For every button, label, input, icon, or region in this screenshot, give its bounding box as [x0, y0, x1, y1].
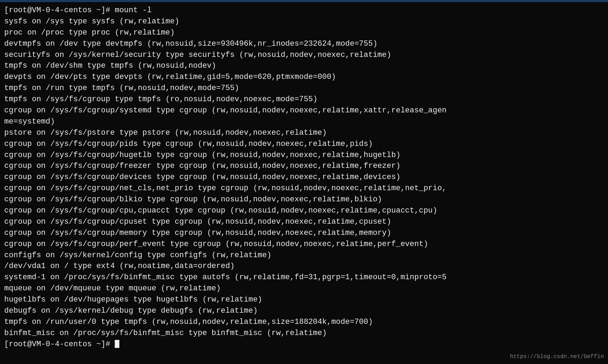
terminal-line: cgroup on /sys/fs/cgroup/memory type cgr… [4, 228, 604, 239]
terminal-line: pstore on /sys/fs/pstore type pstore (rw… [4, 127, 604, 139]
terminal-line: mqueue on /dev/mqueue type mqueue (rw,re… [4, 283, 604, 294]
terminal-line: tmpfs on /run/user/0 type tmpfs (rw,nosu… [4, 317, 604, 328]
terminal-line: /dev/vda1 on / type ext4 (rw,noatime,dat… [4, 261, 604, 272]
terminal-line: tmpfs on /dev/shm type tmpfs (rw,nosuid,… [4, 60, 604, 72]
terminal-line: debugfs on /sys/kernel/debug type debugf… [4, 305, 604, 317]
terminal-line: cgroup on /sys/fs/cgroup/systemd type cg… [4, 105, 604, 116]
terminal-line: tmpfs on /run type tmpfs (rw,nosuid,node… [4, 83, 604, 94]
terminal-line: cgroup on /sys/fs/cgroup/hugetlb type cg… [4, 150, 604, 161]
terminal-line: cgroup on /sys/fs/cgroup/cpuset type cgr… [4, 216, 604, 228]
terminal-line: configfs on /sys/kernel/config type conf… [4, 250, 604, 261]
watermark-text: https://blog.csdn.net/Geffin [510, 354, 604, 360]
terminal-line: systemd-1 on /proc/sys/fs/binfmt_misc ty… [4, 272, 604, 283]
terminal-line: [root@VM-0-4-centos ~]# mount -l [4, 5, 604, 16]
terminal-line: binfmt_misc on /proc/sys/fs/binfmt_misc … [4, 328, 604, 339]
terminal-line: devtmpfs on /dev type devtmpfs (rw,nosui… [4, 38, 604, 50]
terminal-line: cgroup on /sys/fs/cgroup/pids type cgrou… [4, 139, 604, 150]
terminal-line: sysfs on /sys type sysfs (rw,relatime) [4, 16, 604, 27]
terminal-line: cgroup on /sys/fs/cgroup/cpu,cpuacct typ… [4, 205, 604, 216]
terminal-line: proc on /proc type proc (rw,relatime) [4, 27, 604, 38]
terminal-line: cgroup on /sys/fs/cgroup/devices type cg… [4, 172, 604, 183]
terminal-line: cgroup on /sys/fs/cgroup/blkio type cgro… [4, 194, 604, 205]
terminal-line: cgroup on /sys/fs/cgroup/freezer type cg… [4, 161, 604, 172]
terminal-line: tmpfs on /sys/fs/cgroup type tmpfs (ro,n… [4, 94, 604, 105]
terminal-line: devpts on /dev/pts type devpts (rw,relat… [4, 72, 604, 83]
terminal-line: hugetlbfs on /dev/hugepages type hugetlb… [4, 294, 604, 305]
terminal-line: cgroup on /sys/fs/cgroup/net_cls,net_pri… [4, 183, 604, 194]
terminal-line: cgroup on /sys/fs/cgroup/perf_event type… [4, 239, 604, 250]
terminal-line: securityfs on /sys/kernel/security type … [4, 50, 604, 61]
terminal-window: [root@VM-0-4-centos ~]# mount -lsysfs on… [0, 0, 608, 364]
terminal-line: me=systemd) [4, 116, 604, 127]
terminal-content[interactable]: [root@VM-0-4-centos ~]# mount -lsysfs on… [0, 2, 608, 364]
terminal-line: [root@VM-0-4-centos ~]# █ [4, 339, 604, 350]
